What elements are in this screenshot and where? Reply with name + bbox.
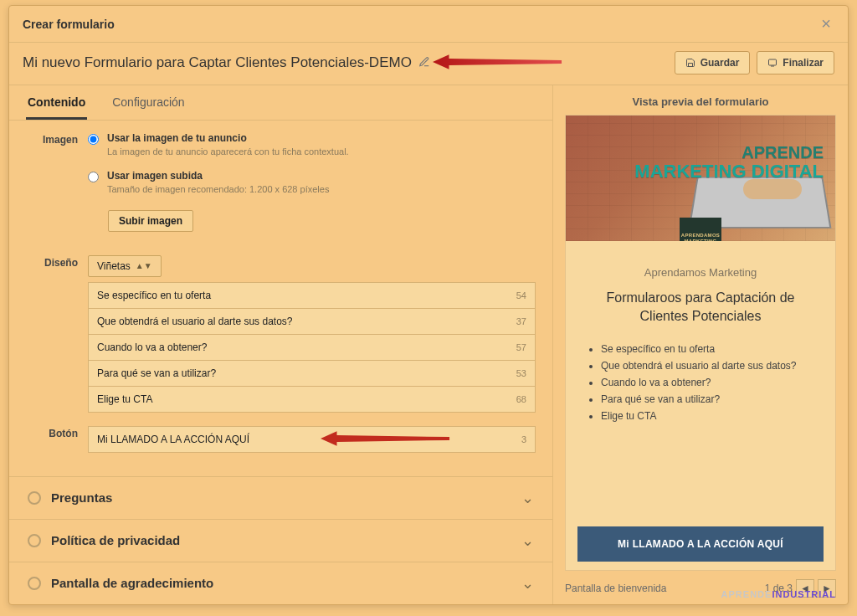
char-counter: 54: [516, 290, 526, 300]
list-item: Se específico en tu oferta: [601, 343, 813, 355]
bullet-input[interactable]: Se específico en tu oferta 54: [88, 282, 536, 309]
brand-name: Aprendamos Marketing: [566, 266, 835, 279]
preview-card: APRENDE MARKETING DIGITAL APRENDAMOS MAR…: [565, 115, 836, 571]
tab-content[interactable]: Contenido: [26, 85, 87, 120]
preview-cta-button[interactable]: Mi LLAMADO A LA ACCIÓN AQUÍ: [577, 526, 824, 562]
hero-text: APRENDE MARKETING DIGITAL: [634, 144, 824, 181]
modal-title: Crear formulario: [23, 18, 115, 31]
bullet-input[interactable]: Elige tu CTA 68: [88, 386, 536, 413]
form-title-row: Mi nuevo Formulario para Captar Clientes…: [9, 43, 848, 85]
image-label: Imagen: [26, 132, 88, 232]
radio-input[interactable]: [88, 134, 99, 145]
button-field: Botón Mi LLAMADO A LA ACCIÓN AQUÍ 3: [26, 426, 536, 453]
char-counter: 57: [516, 342, 526, 352]
chevron-down-icon: ⌄: [521, 531, 534, 550]
list-item: Elige tu CTA: [601, 410, 813, 422]
chevron-down-icon: ⌄: [521, 574, 534, 593]
save-button[interactable]: Guardar: [675, 51, 751, 74]
list-item: Cuando lo va a obtener?: [601, 377, 813, 388]
svg-rect-0: [769, 59, 777, 65]
button-label: Botón: [26, 426, 88, 453]
preview-column: Vista previa del formulario APRENDE MARK…: [553, 85, 848, 604]
finish-button[interactable]: Finalizar: [757, 51, 834, 74]
content-section: Imagen Usar la imagen de tu anuncio La i…: [9, 121, 552, 468]
layout-select[interactable]: Viñetas ▲▼: [88, 255, 162, 277]
modal-body: Contenido Configuración Imagen Usar la i…: [9, 85, 848, 604]
preview-bullets: Se específico en tu oferta Que obtendrá …: [588, 338, 813, 427]
char-counter: 3: [521, 434, 526, 444]
form-title: Mi nuevo Formulario para Captar Clientes…: [23, 54, 412, 71]
radio-input[interactable]: [88, 172, 99, 182]
create-form-modal: Crear formulario × Mi nuevo Formulario p…: [8, 5, 849, 605]
watermark: APRENDEINDUSTRIAL: [721, 589, 836, 599]
char-counter: 53: [516, 368, 526, 378]
bullet-input[interactable]: Para qué se van a utilizar? 53: [88, 360, 536, 387]
accordion-thankyou[interactable]: Pantalla de agradecimiento ⌄: [9, 562, 552, 604]
radio-use-ad-image[interactable]: Usar la imagen de tu anuncio La imagen d…: [88, 132, 536, 158]
accordion-questions[interactable]: Preguntas ⌄: [9, 477, 552, 520]
design-field: Diseño Viñetas ▲▼ Se específico en tu of…: [26, 255, 536, 413]
accordion-privacy[interactable]: Política de privacidad ⌄: [9, 520, 552, 562]
tab-settings[interactable]: Configuración: [110, 85, 186, 120]
brand-logo: APRENDAMOS MARKETING: [680, 218, 721, 241]
bullet-input[interactable]: Cuando lo va a obtener? 57: [88, 334, 536, 361]
accordion-group: Preguntas ⌄ Política de privacidad ⌄ Pan…: [9, 476, 552, 604]
preview-headline: Formularoos para Captación de Clientes P…: [582, 289, 819, 325]
status-circle-icon: [28, 491, 41, 505]
annotation-arrow-icon: [433, 54, 563, 69]
bullet-input[interactable]: Que obtendrá el usuario al darte sus dat…: [88, 308, 536, 335]
tabs: Contenido Configuración: [9, 85, 552, 121]
image-field: Imagen Usar la imagen de tu anuncio La i…: [26, 132, 536, 232]
svg-marker-1: [433, 54, 562, 69]
bullet-list: Se específico en tu oferta 54 Que obtend…: [88, 282, 536, 413]
status-circle-icon: [28, 534, 41, 547]
status-circle-icon: [28, 577, 41, 590]
radio-use-uploaded-image[interactable]: Usar imagen subida Tamaño de imagen reco…: [88, 170, 536, 196]
close-icon[interactable]: ×: [818, 14, 834, 33]
char-counter: 37: [516, 316, 526, 326]
editor-column: Contenido Configuración Imagen Usar la i…: [9, 85, 553, 604]
chevron-down-icon: ⌄: [521, 489, 534, 507]
design-label: Diseño: [26, 255, 88, 413]
list-item: Que obtendrá el usuario al darte sus dat…: [601, 360, 813, 372]
preview-hero-image: APRENDE MARKETING DIGITAL APRENDAMOS MAR…: [566, 116, 835, 241]
sort-icon: ▲▼: [136, 261, 152, 270]
cta-text-input[interactable]: Mi LLAMADO A LA ACCIÓN AQUÍ 3: [88, 426, 536, 453]
upload-image-button[interactable]: Subir imagen: [108, 210, 193, 232]
char-counter: 68: [516, 394, 526, 404]
step-name: Pantalla de bienvenida: [565, 583, 666, 594]
list-item: Para qué se van a utilizar?: [601, 393, 813, 405]
pencil-icon[interactable]: [418, 56, 430, 70]
preview-title: Vista previa del formulario: [565, 95, 836, 108]
modal-header: Crear formulario ×: [9, 6, 848, 43]
